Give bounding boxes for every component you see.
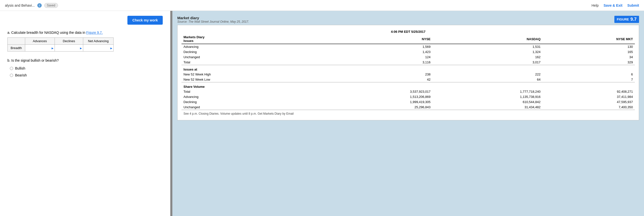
declining-label: Declining <box>182 49 322 54</box>
figure-source: Source: The Wall Street Journal Online, … <box>177 20 249 23</box>
total-label: Total <box>182 60 322 65</box>
bullish-label: Bullish <box>15 66 25 70</box>
market-table: 4:06 PM EDT 5/25/2017 Markets DiaryIssue… <box>182 29 635 116</box>
sv-declining-nyse-mkt: 47,595,937 <box>542 99 635 105</box>
th-issues: Markets DiaryIssues <box>182 34 322 44</box>
top-bar-center: Help Save & Exit Submit <box>592 3 639 7</box>
new52low-nyse-mkt: 7 <box>542 77 635 82</box>
col-header-advances: Advances <box>25 38 54 45</box>
table-row: Breadth ▶ ▶ ▶ <box>8 45 114 51</box>
th-nyse-mkt: NYSE MKT <box>542 34 635 44</box>
check-my-work-button[interactable]: Check my work <box>128 16 163 25</box>
sv-total-nyse: 3,537,923,017 <box>322 89 433 94</box>
breadth-table: Advances Declines Net Advancing Breadth … <box>8 37 114 51</box>
sv-unchanged-label: Unchanged <box>182 105 322 110</box>
col-header-row: Markets DiaryIssues NYSE NASDAQ NYSE MKT <box>182 34 635 44</box>
declining-nyse-mkt: 165 <box>542 49 635 54</box>
section-b-label: b. Is the signal bullish or bearish? <box>8 58 163 62</box>
section-a-label: a. Calculate breadth for NASDAQ using th… <box>8 30 163 34</box>
top-bar-left: alysis and Behavi... i Saved <box>5 3 58 8</box>
save-exit-button[interactable]: Save & Exit <box>604 3 622 7</box>
left-panel: Check my work a. Calculate breadth for N… <box>0 11 170 216</box>
sv-declining-label: Declining <box>182 99 322 105</box>
table-row: Advancing 1,569 1,531 130 <box>182 44 635 49</box>
share-volume-section-header: Share Volume <box>182 82 635 89</box>
new52low-nasdaq: 64 <box>432 77 542 82</box>
page-title: alysis and Behavi... <box>5 3 35 7</box>
bullish-option[interactable]: Bullish <box>10 66 163 70</box>
th-nasdaq: NASDAQ <box>432 34 542 44</box>
sv-advancing-nyse-mkt: 37,411,984 <box>542 94 635 99</box>
sv-total-label: Total <box>182 89 322 94</box>
share-volume-label: Share Volume <box>182 82 635 89</box>
new52high-nyse: 238 <box>322 72 433 77</box>
bearish-option[interactable]: Bearish <box>10 73 163 77</box>
total-nyse: 3,116 <box>322 60 433 65</box>
figure-number: 9.7 <box>630 17 636 22</box>
declining-nasdaq: 1,324 <box>432 49 542 54</box>
footer-text: See 4 p.m. Closing Diaries. Volume updat… <box>182 110 635 116</box>
sv-declining-nasdaq: 610,544,842 <box>432 99 542 105</box>
radio-group: Bullish Bearish <box>8 66 163 77</box>
bullish-radio[interactable] <box>10 67 13 70</box>
total-nasdaq: 3,017 <box>432 60 542 65</box>
figure-link[interactable]: Figure 9.7. <box>86 30 103 34</box>
sv-advancing-label: Advancing <box>182 94 322 99</box>
col-header-empty <box>8 38 25 45</box>
sv-advancing-nasdaq: 1,135,738,916 <box>432 94 542 99</box>
total-nyse-mkt: 329 <box>542 60 635 65</box>
table-row: Unchanged 124 162 34 <box>182 54 635 60</box>
new52high-nyse-mkt: 6 <box>542 72 635 77</box>
info-icon[interactable]: i <box>37 3 42 8</box>
sv-declining-nyse: 1,999,419,305 <box>322 99 433 105</box>
figure-header: Market diary Source: The Wall Street Jou… <box>177 16 639 23</box>
net-advancing-cell[interactable]: ▶ <box>83 45 114 51</box>
figure-title: Market diary <box>177 16 249 20</box>
col-header-net-advancing: Net Advancing <box>83 38 114 45</box>
table-row: Advancing 1,513,206,869 1,135,738,916 37… <box>182 94 635 99</box>
advances-arrow-icon: ▶ <box>52 47 54 49</box>
saved-badge: Saved <box>44 3 58 8</box>
market-card: 4:06 PM EDT 5/25/2017 Markets DiaryIssue… <box>177 25 639 120</box>
declines-cell[interactable]: ▶ <box>54 45 83 51</box>
declines-input[interactable] <box>58 46 80 50</box>
sv-unchanged-nyse: 25,296,843 <box>322 105 433 110</box>
col-header-declines: Declines <box>54 38 83 45</box>
row-label-breadth: Breadth <box>8 45 25 51</box>
bearish-radio[interactable] <box>10 74 13 77</box>
sv-unchanged-nyse-mkt: 7,400,350 <box>542 105 635 110</box>
net-advancing-arrow-icon: ▶ <box>110 47 112 49</box>
right-panel: Market diary Source: The Wall Street Jou… <box>172 11 644 216</box>
check-btn-row: Check my work <box>8 16 163 25</box>
table-row: Total 3,537,923,017 1,777,718,240 92,408… <box>182 89 635 94</box>
unchanged-label: Unchanged <box>182 54 322 60</box>
advances-input[interactable] <box>28 46 52 50</box>
advances-cell[interactable]: ▶ <box>25 45 54 51</box>
unchanged-nyse: 124 <box>322 54 433 60</box>
time-header: 4:06 PM EDT 5/25/2017 <box>182 29 635 34</box>
th-nyse: NYSE <box>322 34 433 44</box>
issues-at-label: Issues at <box>182 65 635 72</box>
figure-title-area: Market diary Source: The Wall Street Jou… <box>177 16 249 23</box>
declines-arrow-icon: ▶ <box>80 47 82 49</box>
help-button[interactable]: Help <box>592 3 598 7</box>
figure-label: FIGURE <box>617 17 629 21</box>
advancing-nyse: 1,569 <box>322 44 433 49</box>
top-bar: alysis and Behavi... i Saved Help Save &… <box>0 0 644 11</box>
sv-total-nyse-mkt: 92,408,271 <box>542 89 635 94</box>
bearish-label: Bearish <box>15 73 27 77</box>
table-row: Total 3,116 3,017 329 <box>182 60 635 65</box>
sv-total-nasdaq: 1,777,718,240 <box>432 89 542 94</box>
net-advancing-input[interactable] <box>86 46 110 50</box>
figure-badge: FIGURE 9.7 <box>614 16 639 23</box>
sv-advancing-nyse: 1,513,206,869 <box>322 94 433 99</box>
declining-nyse: 1,423 <box>322 49 433 54</box>
footer-row: See 4 p.m. Closing Diaries. Volume updat… <box>182 110 635 116</box>
submit-button[interactable]: Submit <box>628 3 639 7</box>
main-layout: Check my work a. Calculate breadth for N… <box>0 11 644 216</box>
new52high-nasdaq: 222 <box>432 72 542 77</box>
table-row: Unchanged 25,296,843 31,434,482 7,400,35… <box>182 105 635 110</box>
advancing-label: Advancing <box>182 44 322 49</box>
table-row: New 52 Week High 238 222 6 <box>182 72 635 77</box>
issues-at-section-header: Issues at <box>182 65 635 72</box>
